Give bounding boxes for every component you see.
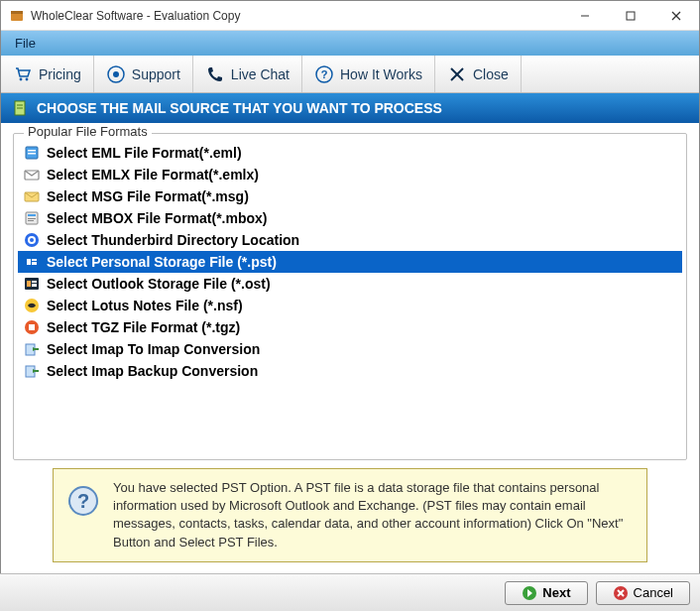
- menu-file[interactable]: File: [7, 34, 44, 53]
- headset-icon: [106, 64, 126, 84]
- svg-rect-39: [29, 324, 35, 330]
- pricing-label: Pricing: [39, 66, 81, 82]
- svg-rect-36: [32, 284, 37, 287]
- howitworks-button[interactable]: ? How It Works: [302, 56, 435, 92]
- svg-rect-43: [35, 370, 39, 372]
- format-label: Select Imap To Imap Conversion: [47, 341, 260, 357]
- svg-rect-31: [32, 259, 37, 261]
- close-label: Close: [473, 66, 509, 82]
- svg-rect-35: [32, 281, 37, 283]
- format-item[interactable]: Select Outlook Storage File (*.ost): [18, 273, 682, 295]
- cancel-label: Cancel: [634, 585, 673, 600]
- howitworks-label: How It Works: [340, 66, 422, 82]
- svg-rect-25: [28, 220, 34, 221]
- format-item[interactable]: Select MBOX File Format(*.mbox): [18, 207, 682, 229]
- format-label: Select Lotus Notes File (*.nsf): [47, 298, 243, 313]
- menubar: File: [1, 31, 699, 56]
- format-item[interactable]: Select Lotus Notes File (*.nsf): [18, 295, 682, 316]
- phone-icon: [205, 64, 225, 84]
- info-text: You have selected PST Option. A PST file…: [113, 479, 633, 551]
- next-arrow-icon: [522, 585, 537, 601]
- format-icon: [24, 341, 40, 357]
- format-icon: [24, 363, 40, 379]
- toolbar: Pricing Support Live Chat ? How It Works…: [1, 56, 699, 93]
- svg-point-9: [113, 71, 119, 77]
- footer: Next Cancel: [0, 573, 700, 611]
- cancel-x-icon: [613, 585, 629, 601]
- svg-rect-23: [28, 214, 36, 216]
- svg-text:?: ?: [321, 68, 328, 80]
- format-icon: [24, 145, 40, 161]
- window-title: WholeClear Software - Evaluation Copy: [31, 9, 562, 23]
- svg-rect-19: [28, 153, 36, 155]
- format-label: Select Thunderbird Directory Location: [47, 232, 299, 248]
- pricing-button[interactable]: Pricing: [1, 56, 94, 92]
- format-item[interactable]: Select TGZ File Format (*.tgz): [18, 316, 682, 338]
- format-label: Select Personal Storage File (*.pst): [47, 254, 277, 270]
- support-button[interactable]: Support: [94, 56, 193, 92]
- titlebar: WholeClear Software - Evaluation Copy: [1, 1, 699, 31]
- livechat-button[interactable]: Live Chat: [193, 56, 302, 92]
- format-item[interactable]: Select Personal Storage File (*.pst): [18, 251, 682, 273]
- svg-rect-30: [27, 259, 31, 265]
- svg-rect-41: [35, 348, 39, 350]
- formats-fieldset: Popular File Formats Select EML File For…: [13, 133, 687, 460]
- support-label: Support: [132, 66, 180, 82]
- format-item[interactable]: Select EML File Format(*.eml): [18, 142, 682, 164]
- question-icon: ?: [314, 64, 334, 84]
- svg-rect-34: [27, 281, 31, 287]
- format-item[interactable]: Select MSG File Format(*.msg): [18, 185, 682, 207]
- svg-rect-24: [28, 218, 36, 219]
- formats-list: Select EML File Format(*.eml)Select EMLX…: [18, 142, 682, 382]
- svg-point-7: [26, 77, 29, 80]
- format-item[interactable]: Select Thunderbird Directory Location: [18, 229, 682, 251]
- format-label: Select MBOX File Format(*.mbox): [47, 210, 267, 226]
- close-icon: [447, 64, 467, 84]
- svg-rect-3: [627, 12, 635, 20]
- svg-point-28: [30, 238, 34, 242]
- banner-text: CHOOSE THE MAIL SOURCE THAT YOU WANT TO …: [37, 100, 442, 116]
- format-label: Select EML File Format(*.eml): [47, 145, 242, 161]
- cart-icon: [13, 64, 33, 84]
- app-icon: [9, 8, 25, 24]
- close-button[interactable]: Close: [435, 56, 522, 92]
- next-button[interactable]: Next: [505, 581, 587, 605]
- format-icon: [24, 298, 40, 313]
- format-item[interactable]: Select Imap Backup Conversion: [18, 360, 682, 382]
- format-icon: [24, 319, 40, 335]
- format-icon: [24, 254, 40, 270]
- formats-legend: Popular File Formats: [24, 124, 152, 139]
- format-label: Select MSG File Format(*.msg): [47, 188, 249, 204]
- svg-point-6: [20, 77, 23, 80]
- format-icon: [24, 188, 40, 204]
- next-label: Next: [542, 585, 570, 600]
- svg-text:?: ?: [77, 490, 89, 512]
- info-question-icon: ?: [67, 485, 99, 517]
- format-label: Select Outlook Storage File (*.ost): [47, 276, 271, 292]
- instruction-banner: CHOOSE THE MAIL SOURCE THAT YOU WANT TO …: [1, 93, 699, 123]
- minimize-button[interactable]: [562, 1, 608, 31]
- svg-rect-32: [32, 262, 37, 265]
- format-icon: [24, 167, 40, 183]
- maximize-button[interactable]: [608, 1, 653, 31]
- format-item[interactable]: Select Imap To Imap Conversion: [18, 338, 682, 360]
- format-label: Select Imap Backup Conversion: [47, 363, 258, 379]
- format-icon: [24, 232, 40, 248]
- livechat-label: Live Chat: [231, 66, 290, 82]
- format-item[interactable]: Select EMLX File Format(*.emlx): [18, 164, 682, 185]
- svg-rect-18: [28, 150, 36, 152]
- close-window-button[interactable]: [653, 1, 699, 31]
- format-icon: [24, 210, 40, 226]
- format-label: Select TGZ File Format (*.tgz): [47, 319, 240, 335]
- format-label: Select EMLX File Format(*.emlx): [47, 167, 259, 183]
- svg-rect-1: [11, 11, 23, 14]
- info-box: ? You have selected PST Option. A PST fi…: [53, 468, 647, 562]
- document-icon: [11, 99, 29, 117]
- cancel-button[interactable]: Cancel: [596, 581, 690, 605]
- format-icon: [24, 276, 40, 292]
